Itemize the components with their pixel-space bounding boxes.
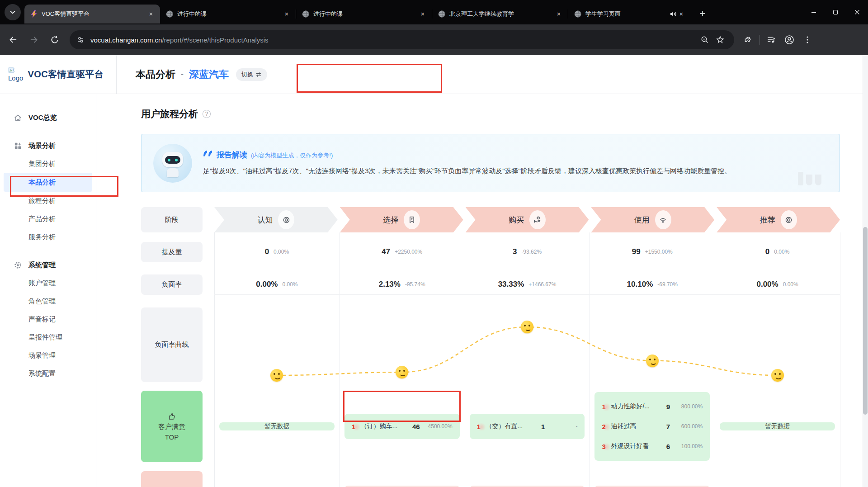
- close-icon[interactable]: ×: [677, 9, 686, 19]
- url-path: /report/#/scene/thisProductAnalysis: [162, 36, 268, 44]
- bookmark-star-button[interactable]: [712, 32, 728, 47]
- item-count: 9: [666, 403, 670, 411]
- zoom-button[interactable]: [697, 32, 712, 47]
- stage-purchase[interactable]: 购买: [466, 207, 589, 232]
- satisfied-item[interactable]: 1动力性能好/...9800.00%: [594, 397, 710, 416]
- stage-header-row: 阶段 认知 选择 购买 使用: [141, 207, 840, 232]
- item-count: 1: [541, 423, 545, 430]
- swap-arrows-icon: [255, 71, 262, 78]
- item-count: 7: [666, 423, 670, 430]
- tab-audio-icon[interactable]: [670, 10, 677, 18]
- item-name: （订）购车...: [361, 422, 412, 430]
- stage-selection[interactable]: 选择: [340, 207, 463, 232]
- closing-quote-icon: [798, 172, 821, 185]
- help-icon[interactable]: ?: [203, 110, 211, 118]
- mentions-cell: 3-93.62%: [465, 242, 590, 262]
- brand-title: VOC客情直驱平台: [28, 68, 104, 80]
- sidebar-item-product2-analysis[interactable]: 产品分析: [0, 210, 96, 228]
- site-settings-icon[interactable]: [76, 35, 85, 44]
- browser-tab-voc[interactable]: VOC客情直驱平台 ×: [24, 5, 160, 24]
- sidebar-item-label: 服务分析: [28, 233, 56, 241]
- scrollbar-thumb[interactable]: [863, 227, 868, 415]
- wifi-home-icon: [659, 216, 667, 224]
- page-scrollbar[interactable]: [863, 55, 868, 487]
- sidebar-item-account-management[interactable]: 账户管理: [0, 274, 96, 292]
- complaint-top-label: [141, 471, 203, 487]
- negative-value: 0.00%: [256, 280, 278, 289]
- three-dots-icon: [803, 35, 812, 44]
- satisfied-item[interactable]: 1（订）购车...464500.00%: [344, 416, 460, 436]
- satisfied-item[interactable]: 2油耗过高7600.00%: [594, 416, 710, 436]
- sentiment-smiley-marker: [521, 321, 533, 333]
- negative-value: 0.00%: [756, 280, 778, 289]
- sidebar-item-journey-analysis[interactable]: 旅程分析: [0, 192, 96, 210]
- broken-image-icon: [8, 67, 16, 74]
- negative-cell: 10.10%-69.70%: [590, 274, 715, 294]
- switch-product-button[interactable]: 切换: [236, 68, 267, 81]
- item-name: 油耗过高: [611, 422, 666, 430]
- report-title: 报告解读: [217, 150, 247, 160]
- negative-delta: -95.74%: [405, 281, 425, 288]
- report-interpretation-panel: 报告解读 (内容为模型生成，仅作为参考!) 足"提及9次、"油耗过高"提及7次、…: [141, 134, 840, 192]
- sidebar-item-label: 呈报件管理: [28, 333, 62, 342]
- browser-menu-button[interactable]: [800, 32, 815, 47]
- sidebar-item-report-management[interactable]: 呈报件管理: [0, 328, 96, 346]
- satisfied-top-row: 客户满意 TOP 暂无数据 1（订）购车...464500.00% 1（交）有置…: [141, 391, 840, 462]
- browser-tab-bit[interactable]: 北京理工大学继续教育学 ×: [432, 5, 568, 24]
- window-minimize-button[interactable]: [803, 0, 825, 24]
- mention-value: 3: [513, 247, 517, 256]
- sidebar-item-scene-management[interactable]: 场景管理: [0, 346, 96, 364]
- window-maximize-button[interactable]: [825, 0, 846, 24]
- negative-value: 33.33%: [498, 280, 524, 289]
- item-count: 46: [412, 423, 420, 430]
- ai-robot-avatar: [153, 144, 192, 183]
- tab-search-button[interactable]: [5, 4, 21, 20]
- back-button[interactable]: [5, 32, 21, 47]
- browser-tab-course-1[interactable]: 进行中的课 ×: [160, 5, 296, 24]
- sidebar-item-service-analysis[interactable]: 服务分析: [0, 228, 96, 246]
- globe-favicon-icon: [302, 10, 310, 18]
- browser-tab-student[interactable]: 学生学习页面 ×: [568, 5, 690, 24]
- negative-delta: +1466.67%: [528, 281, 556, 288]
- browser-tab-course-2[interactable]: 进行中的课 ×: [296, 5, 432, 24]
- close-icon[interactable]: ×: [146, 9, 156, 19]
- sidebar-item-group-analysis[interactable]: 集团分析: [0, 155, 96, 173]
- sidebar-item-product-analysis-active[interactable]: 本品分析: [4, 173, 92, 192]
- close-icon[interactable]: ×: [554, 9, 563, 19]
- stage-recommendation[interactable]: 推荐: [717, 207, 840, 232]
- star-icon: [716, 35, 725, 44]
- forward-button[interactable]: [26, 32, 42, 47]
- reload-button[interactable]: [47, 32, 62, 47]
- reload-icon: [50, 35, 60, 45]
- toolbar-separator: [760, 35, 760, 45]
- bookmark-plus-icon: [408, 216, 416, 224]
- home-icon: [14, 113, 22, 122]
- profile-button[interactable]: [782, 32, 797, 47]
- sidebar-group-scene-analysis[interactable]: 场景分析: [0, 137, 96, 155]
- stage-awareness[interactable]: 认知: [214, 207, 338, 232]
- negative-curve-chart: [214, 307, 840, 382]
- address-bar[interactable]: vocuat.changan.com.cn/report/#/scene/thi…: [70, 30, 734, 49]
- globe-favicon-icon: [165, 10, 174, 18]
- satisfied-item[interactable]: 1（交）有置...1-: [470, 416, 585, 436]
- mention-delta: 0.00%: [274, 249, 289, 255]
- close-icon[interactable]: ×: [418, 9, 427, 19]
- window-close-button[interactable]: [846, 0, 868, 24]
- stage-usage[interactable]: 使用: [591, 207, 714, 232]
- media-playlist-button[interactable]: [764, 32, 779, 47]
- close-icon[interactable]: ×: [282, 9, 291, 19]
- negative-delta: -69.70%: [657, 281, 678, 288]
- sidebar-item-voc-overview[interactable]: VOC总览: [0, 109, 96, 127]
- new-tab-button[interactable]: +: [696, 7, 709, 21]
- hand-coin-icon: [533, 216, 542, 224]
- sidebar-item-voice-tagging[interactable]: 声音标记: [0, 310, 96, 328]
- item-delta: 800.00%: [670, 403, 703, 410]
- extensions-button[interactable]: [741, 32, 756, 47]
- sidebar-item-role-management[interactable]: 角色管理: [0, 292, 96, 310]
- sidebar-item-system-config[interactable]: 系统配置: [0, 364, 96, 383]
- product-name-link[interactable]: 深蓝汽车: [189, 68, 229, 81]
- app-header: Logo VOC客情直驱平台 本品分析 - 深蓝汽车 切换 2025-10-06…: [0, 55, 868, 94]
- sidebar-group-system-management[interactable]: 系统管理: [0, 256, 96, 274]
- negative-rate-row: 负面率 0.00%0.00% 2.13%-95.74% 33.33%+1466.…: [141, 274, 840, 295]
- satisfied-item[interactable]: 3外观设计好看6100.00%: [594, 436, 710, 456]
